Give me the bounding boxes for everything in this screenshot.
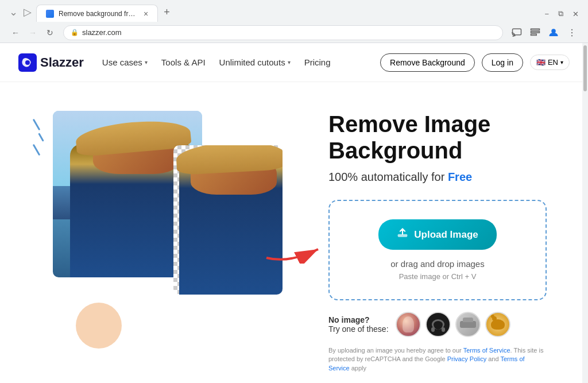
svg-point-5 bbox=[571, 29, 572, 30]
upload-btn-label: Upload Image bbox=[414, 229, 478, 241]
sample-image-1[interactable] bbox=[396, 312, 421, 337]
cast-btn[interactable] bbox=[510, 26, 524, 40]
profile-btn[interactable] bbox=[547, 26, 560, 40]
browser-tab-active[interactable]: Remove background from im... × bbox=[36, 5, 158, 22]
flag-icon: 🇬🇧 bbox=[536, 58, 546, 67]
nav-forward-btn[interactable]: → bbox=[26, 26, 39, 39]
sample-images-row bbox=[396, 312, 510, 337]
nav-pricing[interactable]: Pricing bbox=[304, 57, 331, 67]
site-nav: Slazzer Use cases ▾ Tools & API Unlimite… bbox=[0, 43, 588, 82]
hero-text-area: Remove Image Background 100% automatical… bbox=[317, 94, 570, 383]
website-content: Slazzer Use cases ▾ Tools & API Unlimite… bbox=[0, 43, 588, 383]
tab-title: Remove background from im... bbox=[59, 10, 139, 18]
upload-image-btn[interactable]: Upload Image bbox=[378, 219, 496, 250]
sample-images-section: No image? Try one of these: bbox=[328, 312, 570, 337]
try-label: No image? Try one of these: bbox=[328, 315, 389, 334]
logo-text: Slazzer bbox=[40, 55, 84, 70]
privacy-link[interactable]: Privacy Policy bbox=[447, 355, 486, 362]
win-minimize-btn[interactable]: − bbox=[544, 10, 549, 18]
circle-decoration bbox=[76, 303, 122, 349]
nav-remove-bg-btn[interactable]: Remove Background bbox=[380, 53, 475, 72]
nav-links: Use cases ▾ Tools & API Unlimited cutout… bbox=[102, 57, 331, 67]
win-close-btn[interactable]: ✕ bbox=[572, 10, 579, 18]
win-restore-btn[interactable]: ⧉ bbox=[558, 9, 563, 18]
svg-point-9 bbox=[25, 60, 30, 65]
upload-icon bbox=[397, 227, 408, 242]
site-logo[interactable]: Slazzer bbox=[18, 53, 84, 72]
svg-rect-1 bbox=[531, 29, 540, 30]
upload-drop-zone[interactable]: Upload Image or drag and drop images Pas… bbox=[328, 200, 547, 300]
svg-rect-3 bbox=[531, 34, 537, 35]
address-bar[interactable]: 🔒 slazzer.com bbox=[63, 25, 503, 40]
tab-favicon bbox=[46, 10, 54, 18]
unlimited-cutouts-chevron: ▾ bbox=[288, 59, 291, 65]
new-tab-btn[interactable]: + bbox=[158, 6, 176, 22]
svg-point-7 bbox=[571, 35, 572, 36]
ssl-lock-icon: 🔒 bbox=[71, 29, 79, 36]
nav-tools-api[interactable]: Tools & API bbox=[161, 57, 206, 67]
logo-icon bbox=[18, 53, 37, 72]
sample-image-3[interactable] bbox=[455, 312, 481, 337]
tab-close-btn[interactable]: × bbox=[144, 9, 148, 18]
terms-link-1[interactable]: Terms of Service bbox=[463, 347, 510, 354]
win-back-btn[interactable]: ⌄ bbox=[9, 6, 18, 18]
drag-drop-text: or drag and drop images bbox=[343, 259, 532, 269]
svg-point-4 bbox=[551, 29, 556, 33]
svg-point-6 bbox=[571, 32, 572, 33]
terms-link-2[interactable]: Terms of Service bbox=[328, 355, 525, 371]
browser-scrollbar[interactable] bbox=[582, 43, 588, 383]
lang-label: EN bbox=[548, 58, 558, 67]
hero-section: ➜ Remove Image Background 100% bbox=[0, 82, 588, 383]
tab-search-btn[interactable] bbox=[528, 26, 542, 40]
decorative-dashes bbox=[36, 117, 42, 158]
use-cases-chevron: ▾ bbox=[145, 59, 148, 65]
nav-use-cases[interactable]: Use cases ▾ bbox=[102, 57, 148, 67]
url-text: slazzer.com bbox=[82, 28, 122, 37]
nav-actions: Remove Background Log in 🇬🇧 EN ▾ bbox=[380, 53, 570, 72]
nav-refresh-btn[interactable]: ↻ bbox=[44, 26, 56, 39]
svg-rect-2 bbox=[531, 31, 540, 32]
paste-hint-text: Paste image or Ctrl + V bbox=[343, 272, 532, 281]
nav-unlimited-cutouts[interactable]: Unlimited cutouts ▾ bbox=[219, 57, 291, 67]
hero-title: Remove Image Background bbox=[328, 111, 570, 164]
hero-fg-image bbox=[173, 145, 283, 295]
sample-image-4[interactable] bbox=[485, 312, 510, 337]
win-forward-btn[interactable]: ▷ bbox=[24, 6, 32, 18]
upload-arrow bbox=[261, 235, 330, 266]
hero-subtitle: 100% automatically for Free bbox=[328, 171, 570, 184]
nav-login-btn[interactable]: Log in bbox=[482, 53, 523, 72]
browser-chrome: ⌄ ▷ Remove background from im... × + − ⧉… bbox=[0, 0, 588, 43]
sample-image-2[interactable] bbox=[425, 312, 451, 337]
lang-chevron: ▾ bbox=[560, 59, 563, 65]
scrollbar-thumb[interactable] bbox=[583, 45, 587, 91]
browser-menu-btn[interactable] bbox=[565, 26, 579, 40]
language-selector[interactable]: 🇬🇧 EN ▾ bbox=[530, 55, 570, 70]
nav-back-btn[interactable]: ← bbox=[9, 26, 22, 39]
footer-legal-note: By uploading an image you hereby agree t… bbox=[328, 346, 547, 373]
